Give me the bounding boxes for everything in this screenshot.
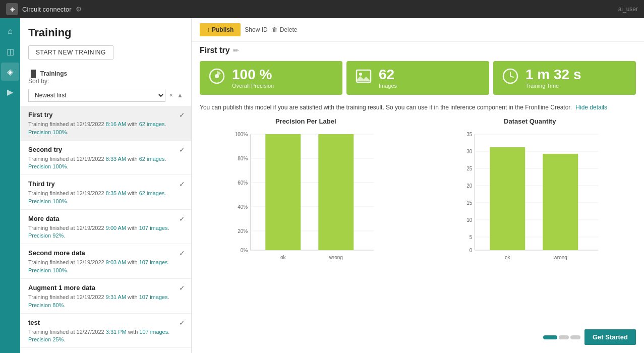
training-item-info: Training finished at 12/19/2022 8:16 AM … [28,120,183,129]
nav-dataset[interactable]: ◫ [1,42,19,61]
training-time-label: Training Time [525,83,581,89]
training-item[interactable]: test Training finished at 12/27/2022 3:3… [20,314,191,348]
svg-text:25: 25 [466,166,473,171]
topbar-user: ai_user [618,6,638,13]
dataset-chart-title: Dataset Quantity [424,117,636,125]
precision-chart-svg: 100% 80% 60% 40% 20% 0% ok wrong [200,129,412,270]
training-item-name: Third try [28,180,183,188]
topbar: ◈ Circuit connector ⚙ ai_user [0,0,644,18]
training-item-info: Training finished at 12/19/2022 8:35 AM … [28,189,183,198]
stats-row: 100 % Overall Precision 62 Images 1 m [192,57,644,99]
gear-icon[interactable]: ⚙ [76,5,82,13]
publish-button[interactable]: ↑ Publish [200,23,241,36]
precision-chart-area: 100% 80% 60% 40% 20% 0% ok wrong [200,129,412,270]
nav-training[interactable]: ◈ [1,63,19,81]
training-item[interactable]: Second try Training finished at 12/19/20… [20,141,191,175]
dataset-chart-area: 35 30 25 20 15 10 5 0 ok wr [424,129,636,270]
svg-point-1 [215,74,219,78]
svg-text:5: 5 [469,234,472,240]
images-label: Images [379,83,397,89]
images-icon [355,67,373,89]
precision-chart: Precision Per Label 100% 8 [200,117,412,270]
svg-rect-20 [265,134,301,250]
topbar-left: ◈ Circuit connector ⚙ [6,3,82,15]
training-item[interactable]: Augment 1 more data Training finished at… [20,279,191,314]
training-item-precision: Precision 80%. [28,302,183,308]
training-item[interactable]: Third try Training finished at 12/19/202… [20,175,191,210]
svg-rect-21 [318,134,354,250]
training-item-precision: Precision 100%. [28,163,183,169]
precision-label: Overall Precision [232,83,274,89]
training-item-name: First try [28,111,183,119]
training-time-card: 1 m 32 s Training Time [493,61,636,95]
svg-text:40%: 40% [238,204,248,210]
images-value: 62 [379,68,397,82]
check-icon: ✓ [179,146,185,154]
info-text: You can publish this model if you are sa… [192,99,644,113]
svg-point-3 [359,73,362,76]
toolbar: ↑ Publish Show ID 🗑 Delete [192,18,644,42]
precision-icon [208,67,226,89]
show-id-button[interactable]: Show ID [245,26,267,33]
publish-icon: ↑ [207,26,210,33]
svg-text:10: 10 [466,217,473,223]
app-logo: ◈ [6,3,18,15]
progress-dot-3 [570,335,580,339]
training-item-precision: Precision 100%. [28,267,183,273]
check-icon: ✓ [179,215,185,223]
training-item-info: Training finished at 12/27/2022 3:31 PM … [28,328,183,337]
progress-dots [543,335,580,339]
main-layout: ⌂ ◫ ◈ ▶ Training START NEW TRAINING ▐▌ T… [0,18,644,353]
training-item[interactable]: First try Training finished at 12/19/202… [20,106,191,141]
sort-select[interactable]: Newest first Oldest first [28,89,165,102]
time-icon [501,67,519,89]
hide-details-link[interactable]: Hide details [575,104,607,111]
svg-text:20%: 20% [238,228,248,234]
overall-precision-card: 100 % Overall Precision [200,61,342,95]
progress-dot-2 [559,335,569,339]
precision-chart-title: Precision Per Label [200,117,412,125]
check-icon: ✓ [179,319,185,327]
model-name: First try [200,46,230,55]
svg-text:wrong: wrong [329,255,343,260]
dataset-chart-svg: 35 30 25 20 15 10 5 0 ok wr [424,129,636,270]
training-item[interactable]: Effnet published Training finished at 12… [20,348,191,353]
delete-icon: 🗑 [272,26,278,33]
svg-rect-42 [543,154,578,250]
training-item[interactable]: More data Training finished at 12/19/202… [20,210,191,245]
svg-text:wrong: wrong [553,255,567,260]
start-training-button[interactable]: START NEW TRAINING [28,45,113,60]
check-icon: ✓ [179,180,185,188]
svg-line-6 [510,76,513,77]
training-item-name: Augment 1 more data [28,284,183,291]
training-item-name: test [28,319,183,326]
training-item-name: Second try [28,146,183,153]
svg-text:80%: 80% [238,156,248,161]
check-icon: ✓ [179,284,185,292]
svg-text:0: 0 [469,248,472,253]
check-icon: ✓ [179,111,185,119]
images-card: 62 Images [346,61,489,95]
sort-arrow-icon[interactable]: ▲ [177,92,183,99]
model-name-row: First try ✏ [192,42,644,57]
get-started-button[interactable]: Get Started [584,329,636,345]
nav-home[interactable]: ⌂ [1,22,19,40]
get-started-bar: Get Started [543,329,636,345]
svg-text:60%: 60% [238,180,248,186]
delete-button[interactable]: 🗑 Delete [272,26,298,33]
training-item-info: Training finished at 12/19/2022 8:33 AM … [28,155,183,164]
trainings-section: ▐▌ Trainings Sort by: [20,64,191,87]
svg-text:0%: 0% [241,248,248,253]
svg-text:100%: 100% [235,132,248,137]
training-item[interactable]: Second more data Training finished at 12… [20,244,191,279]
svg-text:30: 30 [466,149,473,154]
sort-clear-button[interactable]: × [169,92,173,99]
training-item-name: More data [28,215,183,222]
training-item-precision: Precision 92%. [28,232,183,239]
nav-inference[interactable]: ▶ [1,83,19,101]
svg-text:ok: ok [504,255,510,260]
edit-icon[interactable]: ✏ [233,46,239,54]
dataset-chart: Dataset Quantity [424,117,636,270]
training-item-info: Training finished at 12/19/2022 9:00 AM … [28,224,183,233]
left-panel-header: Training START NEW TRAINING [20,18,191,64]
